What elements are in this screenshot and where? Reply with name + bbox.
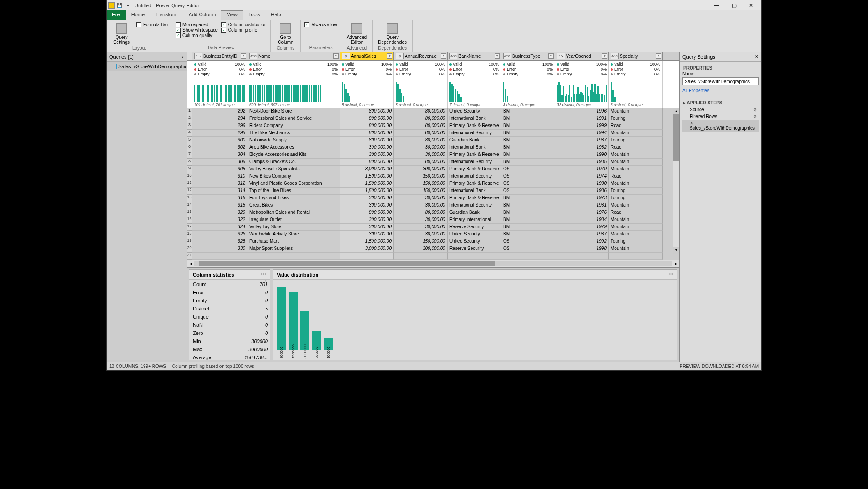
cell-revenue[interactable]: 80,000.00 <box>394 159 448 166</box>
cell-year[interactable]: 1990 <box>555 151 609 159</box>
cell-name[interactable]: Area Bike Accessories <box>247 144 340 151</box>
column-profile-Name[interactable]: Valid100% Error0% Empty0% 699 distinct, … <box>247 61 340 108</box>
filter-dropdown-icon[interactable]: ▾ <box>495 53 500 59</box>
cell-name[interactable] <box>247 253 340 260</box>
datatype-icon[interactable]: AᵇC <box>611 53 619 59</box>
row-number[interactable]: 16 <box>187 216 192 224</box>
cell-year[interactable]: 1984 <box>555 216 609 224</box>
cell-id[interactable]: 322 <box>192 216 247 224</box>
column-header-AnnualRevenue[interactable]: $AnnualRevenue▾ <box>394 52 448 60</box>
all-properties-link[interactable]: All Properties <box>682 88 759 93</box>
applied-step[interactable]: ✕ Sales_vStoreWithDemographics <box>682 120 759 132</box>
filter-dropdown-icon[interactable]: ▾ <box>602 53 607 59</box>
cell-id[interactable]: 318 <box>192 202 247 209</box>
cell-businesstype[interactable]: BM <box>501 202 555 209</box>
stats-menu-icon[interactable] <box>261 272 266 277</box>
dist-menu-icon[interactable] <box>668 272 673 277</box>
cell-sales[interactable]: 800,000.00 <box>340 209 394 216</box>
cell-sales[interactable]: 300,000.00 <box>340 144 394 151</box>
cell-businesstype[interactable]: BM <box>501 195 555 202</box>
row-number[interactable]: 21 <box>187 253 192 260</box>
query-item[interactable]: Sales_vStoreWithDemographics <box>107 62 187 71</box>
cell-bank[interactable]: International Security <box>448 130 501 137</box>
row-number[interactable]: 8 <box>187 159 192 166</box>
row-number[interactable]: 17 <box>187 224 192 231</box>
cell-businesstype[interactable]: BM <box>501 130 555 137</box>
cell-bank[interactable]: International Bank <box>448 115 501 122</box>
tab-home[interactable]: Home <box>126 10 150 20</box>
horizontal-scrollbar[interactable]: ◂ ▸ <box>187 260 679 267</box>
cell-bank[interactable]: Primary Bank & Reserve <box>448 166 501 173</box>
cell-id[interactable]: 320 <box>192 209 247 216</box>
cell-sales[interactable]: 1,500,000.00 <box>340 188 394 195</box>
row-number[interactable]: 2 <box>187 115 192 122</box>
cell-name[interactable]: Valley Toy Store <box>247 224 340 231</box>
cell-id[interactable]: 306 <box>192 159 247 166</box>
table-row[interactable]: 5 300 Nationwide Supply 800,000.00 80,00… <box>187 137 679 144</box>
filter-dropdown-icon[interactable]: ▾ <box>333 53 339 59</box>
cell-sales[interactable]: 3,000,000.00 <box>340 166 394 173</box>
table-row[interactable]: 11 312 Vinyl and Plastic Goods Corporati… <box>187 180 679 188</box>
column-profile-BusinessEntityID[interactable]: Valid100% Error0% Empty0% 701 distinct, … <box>192 61 247 108</box>
column-profile-BankName[interactable]: Valid100% Error0% Empty0% 7 distinct, 0 … <box>448 61 501 108</box>
query-settings-button[interactable]: Query Settings <box>110 22 133 46</box>
datatype-icon[interactable]: AᵇC <box>449 53 457 59</box>
cell-businesstype[interactable]: OS <box>501 245 555 253</box>
cell-businesstype[interactable]: BM <box>501 108 555 115</box>
tab-tools[interactable]: Tools <box>243 10 266 20</box>
cell-id[interactable]: 310 <box>192 173 247 180</box>
gear-icon[interactable]: ⚙ <box>753 108 757 112</box>
cell-bank[interactable]: United Security <box>448 238 501 245</box>
cell-year[interactable] <box>555 253 609 260</box>
table-row[interactable]: 13 316 Fun Toys and Bikes 300,000.00 30,… <box>187 195 679 202</box>
cell-name[interactable]: Great Bikes <box>247 202 340 209</box>
cell-revenue[interactable]: 80,000.00 <box>394 130 448 137</box>
close-button[interactable]: ✕ <box>742 1 760 9</box>
row-number[interactable]: 7 <box>187 151 192 159</box>
cell-specialty[interactable]: Mountain <box>609 151 663 159</box>
cell-businesstype[interactable]: BM <box>501 159 555 166</box>
table-row[interactable]: 9 308 Valley Bicycle Specialists 3,000,0… <box>187 166 679 173</box>
cell-name[interactable]: Purchase Mart <box>247 238 340 245</box>
cell-businesstype[interactable]: OS <box>501 238 555 245</box>
cell-id[interactable]: 294 <box>192 115 247 122</box>
cell-year[interactable]: 1987 <box>555 231 609 238</box>
row-number[interactable]: 9 <box>187 166 192 173</box>
check-always-allow[interactable]: Always allow <box>304 22 337 27</box>
cell-sales[interactable]: 300,000.00 <box>340 231 394 238</box>
filter-dropdown-icon[interactable]: ▾ <box>241 53 246 59</box>
select-all-corner[interactable] <box>187 52 192 60</box>
cell-id[interactable] <box>192 253 247 260</box>
cell-year[interactable]: 1992 <box>555 238 609 245</box>
datatype-icon[interactable]: $ <box>396 53 404 59</box>
cell-bank[interactable]: Primary Bank & Reserve <box>448 180 501 188</box>
cell-id[interactable]: 302 <box>192 144 247 151</box>
cell-year[interactable]: 1985 <box>555 159 609 166</box>
cell-sales[interactable]: 1,500,000.00 <box>340 180 394 188</box>
column-header-AnnualSales[interactable]: $AnnualSales▾ <box>340 52 394 60</box>
cell-specialty[interactable]: Touring <box>609 238 663 245</box>
cell-sales[interactable]: 300,000.00 <box>340 151 394 159</box>
cell-specialty[interactable]: Mountain <box>609 231 663 238</box>
cell-bank[interactable]: International Security <box>448 159 501 166</box>
cell-specialty[interactable]: Mountain <box>609 224 663 231</box>
tab-file[interactable]: File <box>107 10 126 20</box>
cell-sales[interactable]: 800,000.00 <box>340 137 394 144</box>
cell-specialty[interactable]: Mountain <box>609 108 663 115</box>
cell-specialty[interactable]: Mountain <box>609 216 663 224</box>
cell-revenue[interactable]: 80,000.00 <box>394 115 448 122</box>
cell-id[interactable]: 312 <box>192 180 247 188</box>
datatype-icon[interactable]: 1²₃ <box>557 53 565 59</box>
cell-revenue[interactable]: 30,000.00 <box>394 195 448 202</box>
datatype-icon[interactable]: AᵇC <box>249 53 257 59</box>
table-row[interactable]: 7 304 Bicycle Accessories and Kits 300,0… <box>187 151 679 159</box>
cell-id[interactable]: 308 <box>192 166 247 173</box>
scroll-down-icon[interactable]: ▾ <box>673 247 679 254</box>
cell-sales[interactable]: 300,000.00 <box>340 195 394 202</box>
tab-view[interactable]: View <box>221 10 243 20</box>
column-profile-YearOpened[interactable]: Valid100% Error0% Empty0% 32 distinct, 0… <box>555 61 609 108</box>
cell-sales[interactable]: 1,500,000.00 <box>340 238 394 245</box>
cell-year[interactable]: 1999 <box>555 122 609 130</box>
row-number[interactable]: 5 <box>187 137 192 144</box>
cell-id[interactable]: 304 <box>192 151 247 159</box>
